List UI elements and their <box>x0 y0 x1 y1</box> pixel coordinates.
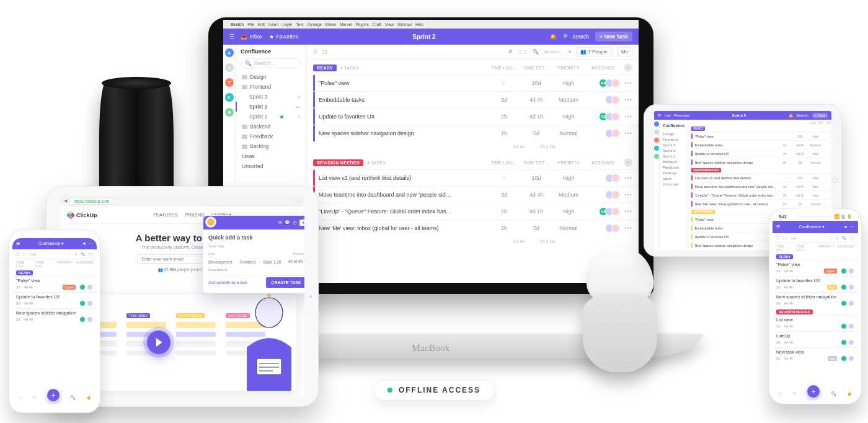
favorites-tab[interactable]: Favorites <box>674 114 689 117</box>
group-icon[interactable]: ⋮⋮ <box>518 49 528 55</box>
status-tag[interactable]: READY <box>313 65 337 71</box>
mini-side-item[interactable]: Backend <box>663 159 684 165</box>
menu-arrange[interactable]: Arrange <box>307 22 321 27</box>
url-box[interactable]: https://clickup.com <box>69 198 114 205</box>
workspace-A[interactable]: A <box>225 48 234 57</box>
row-more-icon[interactable]: ••• <box>624 80 632 86</box>
sidebar-folder-backend[interactable]: Backend <box>241 122 301 131</box>
mini-side-item[interactable]: Feedback <box>663 165 684 171</box>
sidebar-folder-feedback[interactable]: Feedback <box>241 131 301 141</box>
list-tab[interactable]: List <box>790 236 796 240</box>
task-row[interactable]: New spaces sidebar navigation 2d4d 4h <box>773 292 858 308</box>
hamburger-icon[interactable]: ☰ <box>658 114 661 118</box>
workspace-dot[interactable] <box>654 122 659 127</box>
workspace-dot[interactable] <box>654 146 659 151</box>
people-filter[interactable]: 👥 7 People <box>576 47 612 56</box>
status-tag[interactable]: READY <box>16 270 33 275</box>
sidebar-list-sprint 1[interactable]: Sprint 19 <box>241 112 301 122</box>
position-select[interactable]: 40 of 40 ▾ <box>288 259 304 264</box>
bell-icon[interactable]: 🔔 <box>789 114 793 118</box>
task-row[interactable]: Update to favorites UX 2d4d 4h High <box>773 276 858 292</box>
play-button[interactable] <box>147 331 170 354</box>
row-more-icon[interactable]: ••• <box>624 97 632 103</box>
star-icon[interactable]: ★ <box>844 225 848 229</box>
tab-tasks-icon[interactable]: ▢ <box>18 395 22 400</box>
sidebar-folder-backlog[interactable]: Backlog <box>241 141 301 151</box>
inbox-link[interactable]: 📥Inbox <box>241 33 263 40</box>
menu-craft[interactable]: Craft <box>373 22 381 27</box>
board-view-icon[interactable]: ▢ <box>322 49 327 55</box>
workspace-C[interactable]: C <box>225 93 234 102</box>
mini-side-item[interactable]: Ideas <box>663 176 684 182</box>
topbar-search[interactable]: 🔍Search <box>563 33 589 40</box>
list-view-icon[interactable]: ☰ <box>313 49 317 55</box>
me-icon[interactable]: ◯ <box>89 252 93 256</box>
sidebar-list-sprint 2[interactable]: Sprint 2••• <box>236 102 301 112</box>
board-icon[interactable]: ▢ <box>23 252 27 256</box>
status-tag[interactable]: REVISION NEEDED <box>776 309 813 314</box>
task-row[interactable]: Move team|me into dashboard and new "peo… <box>691 182 831 190</box>
cell-assignee[interactable]: AZ <box>587 207 620 216</box>
menu-text[interactable]: Text <box>296 22 304 27</box>
sort-icon[interactable]: ▾ <box>75 252 77 256</box>
sidebar-item-unsorted[interactable]: Unsorted <box>241 161 301 171</box>
status-tag[interactable]: READY <box>691 127 705 131</box>
browser-star-icon[interactable]: ☆ <box>297 198 301 203</box>
sidebar-search[interactable]: 🔍 Search... <box>241 58 301 68</box>
mini-side-item[interactable]: Unsorted <box>663 182 684 187</box>
row-more-icon[interactable]: ••• <box>624 175 632 181</box>
sidebar-folder-design[interactable]: Design <box>241 72 301 82</box>
popover-add-icon[interactable]: ＋ <box>299 220 304 226</box>
status-tag[interactable]: REVISION NEEDED <box>691 168 721 172</box>
task-row[interactable]: Embeddable tasks 3d 4d 4h Medium <box>691 140 831 149</box>
mini-side-item[interactable]: Frontend <box>663 137 684 143</box>
sidebar-item-ideas[interactable]: Ideas <box>241 151 301 161</box>
search-icon[interactable]: 🔍 <box>81 252 85 256</box>
kanban-card[interactable] <box>126 322 166 328</box>
sort-icon[interactable]: ⇵ <box>508 49 513 55</box>
menu-help[interactable]: Help <box>415 22 423 27</box>
mini-side-item[interactable]: Backlog <box>663 171 684 176</box>
menu-view[interactable]: View <box>385 22 394 27</box>
search-icon[interactable]: 🔍 <box>842 236 846 240</box>
list-tab[interactable]: List <box>665 114 670 117</box>
new-task-button[interactable]: + New Task <box>595 32 632 42</box>
hamburger-icon[interactable]: ☰ <box>229 33 234 40</box>
menu-edit[interactable]: Edit <box>258 22 265 27</box>
tab-search-icon[interactable]: 🔍 <box>70 395 76 400</box>
cell-assignee[interactable]: AZ <box>587 112 620 121</box>
bell-icon[interactable]: 🔔 <box>550 33 557 40</box>
task-row[interactable]: New 'Me' view: Inbox (global for user - … <box>307 220 639 236</box>
mini-space-title[interactable]: Confluence <box>663 122 684 128</box>
ipad-home-button[interactable] <box>833 178 838 183</box>
menu-marvel[interactable]: Marvel <box>340 22 352 27</box>
board-icon[interactable]: ▢ <box>783 236 787 240</box>
filter-icon[interactable]: ▾ <box>569 49 571 55</box>
search-label[interactable]: Search <box>797 114 808 117</box>
iphone-fab[interactable]: ＋ <box>807 385 820 398</box>
crumb[interactable]: Frontend <box>239 260 255 264</box>
workspace-J[interactable]: J <box>225 63 234 72</box>
cell-assignee[interactable]: AZ <box>587 79 620 87</box>
task-row[interactable]: List view v2 (and rerthink likst details… <box>691 173 831 182</box>
phone-title[interactable]: Confluence ▾ <box>38 241 64 246</box>
menubar-app[interactable]: Sketch <box>231 22 244 27</box>
new-button[interactable]: + New <box>812 113 828 118</box>
chat-icon[interactable]: 💬 <box>285 220 290 225</box>
nav-features[interactable]: FEATURES <box>153 212 177 218</box>
timer-icon[interactable]: ⏱ <box>293 221 297 225</box>
task-row[interactable]: List view v2 (and rerthink likst details… <box>307 169 639 186</box>
status-tag[interactable]: REVISION NEEDED <box>313 159 363 166</box>
crumb[interactable]: Build 1.26 <box>264 260 281 264</box>
space-title[interactable]: Confluence <box>241 48 301 55</box>
task-row[interactable]: Move team|me into dashboard and new "peo… <box>307 186 639 203</box>
task-row[interactable]: Embeddable tasks 3d 4d 4h Medium ••• <box>307 91 639 108</box>
task-row[interactable]: "Pulse" view 2d4d 4h Urgent <box>773 260 858 276</box>
more-icon[interactable]: ⋯ <box>850 225 854 229</box>
workspace-T[interactable]: T <box>225 78 234 87</box>
tab-inbox-icon[interactable]: ✉ <box>33 395 37 400</box>
cell-assignee[interactable] <box>587 224 620 233</box>
sidebar-folder-frontend[interactable]: Frontend <box>241 82 301 92</box>
task-row[interactable]: "Pulse" view - 10d High <box>691 131 831 140</box>
iphone-title[interactable]: Confluence ▾ <box>799 225 825 229</box>
